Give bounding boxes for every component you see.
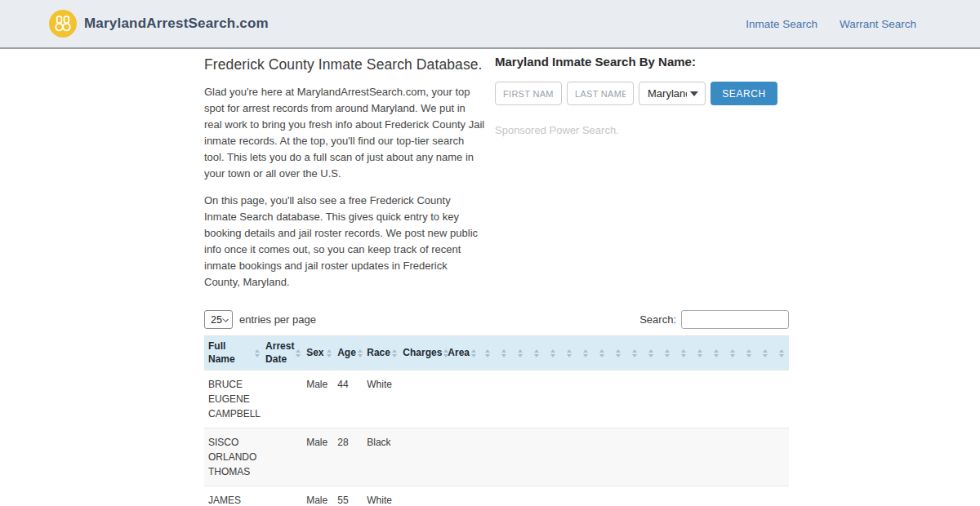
column-header-empty[interactable] [609, 336, 626, 371]
page-title: Frederick County Inmate Search Database. [204, 56, 485, 73]
cell-empty [658, 371, 675, 428]
column-header-empty[interactable] [675, 336, 691, 371]
cell-area [443, 428, 478, 486]
sort-arrows-icon [665, 349, 670, 357]
cell-empty [494, 428, 510, 486]
column-label: Charges [403, 347, 443, 360]
cell-empty [773, 371, 789, 428]
cell-empty [675, 486, 691, 506]
main-content: Frederick County Inmate Search Database.… [204, 49, 789, 506]
cell-arrest-date [261, 371, 302, 428]
cell-age: 28 [333, 428, 363, 486]
cell-empty [527, 486, 543, 506]
site-header: MarylandArrestSearch.com Inmate Search W… [0, 0, 980, 49]
column-header-empty[interactable] [559, 336, 576, 371]
sponsored-note: Sponsored Power Search. [495, 124, 782, 136]
table-row: SISCO ORLANDO THOMASMale28Black [204, 428, 789, 486]
last-name-input[interactable] [567, 82, 634, 105]
cell-empty [756, 428, 773, 486]
cell-empty [740, 428, 756, 486]
cell-race: White [363, 371, 399, 428]
column-header-empty[interactable] [577, 336, 593, 371]
cell-race: White [363, 486, 399, 506]
column-header-empty[interactable] [756, 336, 773, 371]
sort-arrows-icon [501, 349, 506, 357]
sort-arrows-icon [534, 349, 539, 357]
sort-arrows-icon [255, 349, 260, 357]
cell-empty [478, 371, 494, 428]
cell-charges [399, 486, 443, 506]
sort-arrows-icon [327, 349, 332, 357]
cell-empty [675, 428, 691, 486]
column-header-empty[interactable] [691, 336, 707, 371]
state-select-wrap: Maryland [639, 82, 706, 105]
cell-arrest-date [261, 486, 302, 506]
column-header-empty[interactable] [740, 336, 756, 371]
sort-arrows-icon [763, 349, 768, 357]
inmate-table-header-row: Full NameArrest DateSexAgeRaceChargesAre… [204, 336, 789, 371]
column-header-empty[interactable] [510, 336, 527, 371]
cell-empty [756, 486, 773, 506]
column-header-empty[interactable] [527, 336, 543, 371]
cell-empty [626, 486, 642, 506]
nav-inmate-search[interactable]: Inmate Search [746, 18, 817, 30]
entries-per-page-label: entries per page [239, 313, 316, 326]
column-header-empty[interactable] [773, 336, 789, 371]
intro-paragraph-2: On this page, you'll also see a free Fre… [204, 193, 485, 291]
column-header-arrest-date[interactable]: Arrest Date [261, 336, 302, 371]
cell-empty [543, 486, 559, 506]
sort-arrows-icon [583, 349, 588, 357]
cell-empty [756, 371, 773, 428]
state-select[interactable]: Maryland [639, 82, 706, 105]
cell-empty [577, 428, 593, 486]
column-label: Race [367, 347, 392, 360]
cell-empty [658, 486, 675, 506]
cell-empty [494, 486, 510, 506]
cell-empty [559, 428, 576, 486]
table-search-input[interactable] [681, 310, 789, 329]
column-header-empty[interactable] [543, 336, 559, 371]
column-header-empty[interactable] [478, 336, 494, 371]
sort-arrows-icon [779, 349, 784, 357]
table-row: BRUCE EUGENE CAMPBELLMale44White [204, 371, 789, 428]
column-header-charges[interactable]: Charges [399, 336, 443, 371]
column-header-empty[interactable] [494, 336, 510, 371]
cell-full-name: JAMES LARRY JR BROWN [204, 486, 261, 506]
cell-empty [609, 371, 626, 428]
column-header-race[interactable]: Race [363, 336, 399, 371]
sort-arrows-icon [358, 349, 363, 357]
column-header-area[interactable]: Area [443, 336, 478, 371]
column-header-empty[interactable] [642, 336, 658, 371]
column-label: Arrest Date [265, 340, 296, 366]
brand-logo[interactable]: MarylandArrestSearch.com [49, 10, 269, 38]
column-header-empty[interactable] [626, 336, 642, 371]
search-button[interactable]: SEARCH [710, 82, 777, 105]
column-header-empty[interactable] [658, 336, 675, 371]
search-form-title: Maryland Inmate Search By Name: [495, 55, 782, 69]
cell-empty [642, 371, 658, 428]
cell-empty [707, 486, 724, 506]
nav-warrant-search[interactable]: Warrant Search [840, 18, 916, 30]
cell-charges [399, 428, 443, 486]
intro-text-column: Frederick County Inmate Search Database.… [204, 49, 485, 291]
cell-empty [724, 486, 740, 506]
cell-empty [559, 371, 576, 428]
cell-charges [399, 371, 443, 428]
cell-empty [593, 428, 609, 486]
cell-empty [593, 486, 609, 506]
column-header-empty[interactable] [724, 336, 740, 371]
column-header-sex[interactable]: Sex [302, 336, 333, 371]
page-size-select[interactable]: 25 [204, 310, 233, 329]
column-header-full-name[interactable]: Full Name [204, 336, 261, 371]
column-label: Area [448, 347, 471, 360]
cell-age: 44 [333, 371, 363, 428]
cell-empty [527, 428, 543, 486]
column-header-age[interactable]: Age [333, 336, 363, 371]
sort-arrows-icon [714, 349, 719, 357]
first-name-input[interactable] [495, 82, 562, 105]
column-header-empty[interactable] [593, 336, 609, 371]
cell-age: 55 [333, 486, 363, 506]
column-header-empty[interactable] [707, 336, 724, 371]
cell-sex: Male [302, 486, 333, 506]
intro-paragraph-1: Glad you're here at MarylandArrestSearch… [204, 84, 485, 182]
